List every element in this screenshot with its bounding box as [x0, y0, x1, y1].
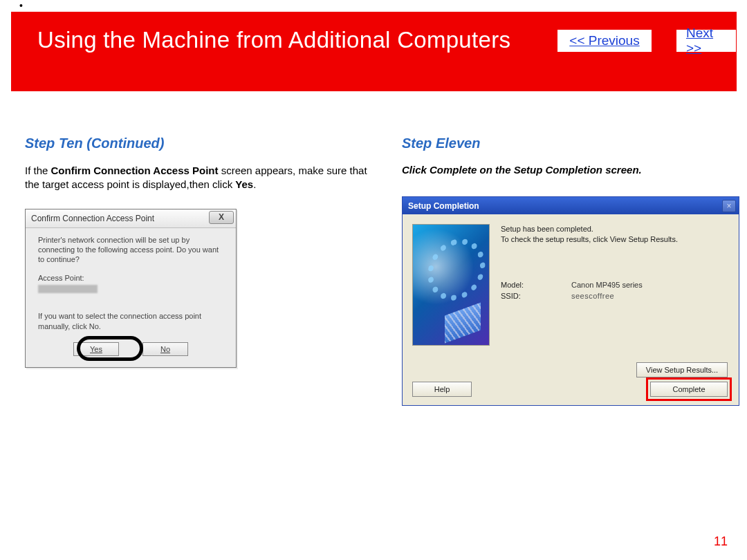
complete-button-wrap: Complete: [650, 382, 728, 397]
right-column: Step Eleven Click Complete on the Setup …: [402, 136, 741, 406]
ssid-label: SSID:: [501, 292, 564, 300]
dialog-body: Printer's network connection will be set…: [26, 228, 236, 367]
detail-row-ssid: SSID: seescoffree: [501, 292, 728, 300]
dialog-body: Setup has been completed. To check the s…: [403, 214, 739, 405]
page-number: 11: [714, 534, 728, 549]
help-button[interactable]: Help: [412, 382, 472, 397]
step-ten-paragraph: If the Confirm Connection Access Point s…: [25, 164, 371, 192]
page-title: Using the Machine from Additional Comput…: [37, 27, 510, 53]
header-banner: Using the Machine from Additional Comput…: [11, 12, 737, 91]
dialog-title-text: Confirm Connection Access Point: [31, 214, 154, 223]
text-fragment: .: [253, 178, 256, 190]
dialog-message-1: Printer's network connection will be set…: [38, 235, 223, 265]
access-point-label: Access Point:: [38, 274, 223, 282]
dialog-bottom-row: Help Complete: [412, 382, 728, 397]
next-button[interactable]: Next >>: [676, 30, 736, 52]
text-fragment: If the: [25, 165, 51, 176]
model-label: Model:: [501, 281, 564, 289]
left-column: Step Ten (Continued) If the Confirm Conn…: [25, 136, 371, 368]
close-icon[interactable]: ×: [722, 200, 736, 212]
setup-illustration: [412, 224, 490, 346]
setup-complete-text: Setup has been completed. To check the s…: [501, 224, 728, 245]
dialog-title-text: Setup Completion: [408, 201, 479, 211]
setup-completion-dialog: Setup Completion × Setup has been comple…: [402, 196, 739, 406]
yes-button[interactable]: Yes: [73, 342, 119, 356]
dialog-button-row: Yes No: [38, 342, 223, 357]
dialog-titlebar: Setup Completion ×: [403, 197, 739, 214]
complete-button[interactable]: Complete: [650, 382, 728, 397]
step-eleven-heading: Step Eleven: [402, 136, 741, 151]
view-setup-results-button[interactable]: View Setup Results...: [636, 362, 728, 377]
dialog-titlebar: Confirm Connection Access Point X: [26, 209, 236, 228]
step-ten-heading: Step Ten (Continued): [25, 136, 371, 151]
no-button[interactable]: No: [142, 342, 188, 356]
detail-row-model: Model: Canon MP495 series: [501, 281, 728, 289]
bullet-dot: •: [19, 0, 23, 11]
ssid-value: seescoffree: [571, 292, 614, 300]
bold-screen-name: Confirm Connection Access Point: [51, 165, 219, 176]
confirm-connection-dialog: Confirm Connection Access Point X Printe…: [25, 209, 237, 368]
setup-details: Model: Canon MP495 series SSID: seescoff…: [501, 281, 728, 300]
access-point-value-redacted: [38, 285, 98, 293]
msg-line-1: Setup has been completed.: [501, 224, 728, 234]
model-value: Canon MP495 series: [571, 281, 643, 289]
bold-yes: Yes: [235, 178, 253, 190]
previous-button[interactable]: << Previous: [557, 30, 652, 52]
close-icon[interactable]: X: [209, 211, 234, 224]
step-eleven-instruction: Click Complete on the Setup Completion s…: [402, 164, 741, 176]
msg-line-2: To check the setup results, click View S…: [501, 234, 728, 245]
dialog-message-2: If you want to select the connection acc…: [38, 311, 223, 331]
